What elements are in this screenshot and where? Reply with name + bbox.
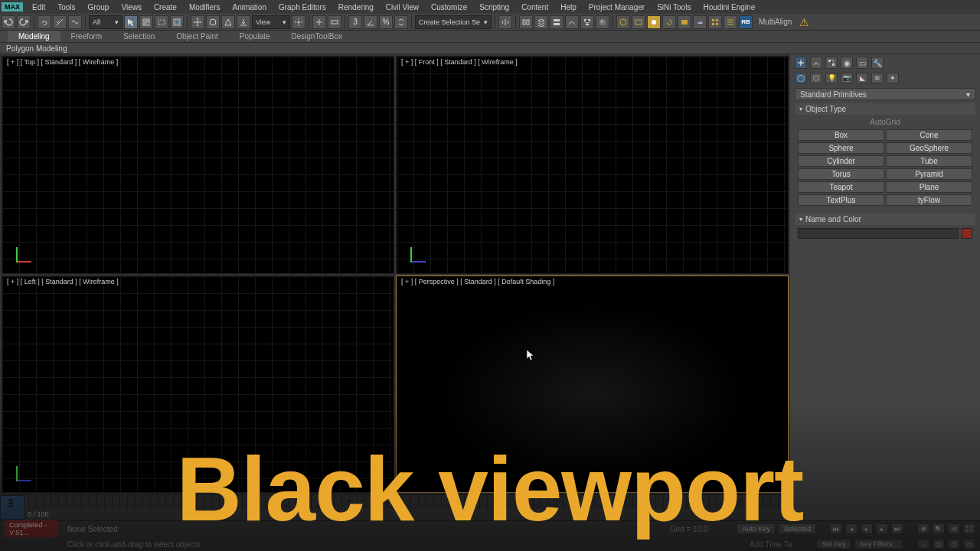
nav-zoom-button[interactable]: 🔍 [933,523,945,534]
named-selection-combo[interactable]: Create Selection Se▾ [415,15,492,29]
menu-project-manager[interactable]: Project Manager [583,2,651,13]
unlink-button[interactable] [53,15,67,29]
select-move-button[interactable] [191,15,204,29]
toggle-ribbon-button[interactable] [550,15,564,29]
render-setup-button[interactable] [616,15,630,29]
render-production-button[interactable] [647,15,661,29]
create-cone-button[interactable]: Cone [886,129,972,141]
ribbon-sub-label[interactable]: Polygon Modeling [0,43,980,54]
add-time-tag[interactable]: Add Time Ta [750,540,792,549]
nav-max-button[interactable]: ⛶ [963,523,975,534]
menu-group[interactable]: Group [82,2,116,13]
select-window-button[interactable] [170,15,184,29]
menu-sini-tools[interactable]: SiNi Tools [651,2,697,13]
play-button[interactable]: ▸ [861,523,873,534]
rendered-frame-button[interactable] [632,15,645,29]
viewport-perspective[interactable]: [ + ] [ Perspective ] [ Standard ] [ Def… [396,276,789,494]
object-name-input[interactable] [798,228,959,239]
create-teapot-button[interactable]: Teapot [798,181,884,193]
create-textplus-button[interactable]: TextPlus [798,194,884,206]
selected-filter-button[interactable]: Selected [779,523,816,534]
menu-animation[interactable]: Animation [226,2,272,13]
menu-create[interactable]: Create [148,2,183,13]
select-rotate-button[interactable] [206,15,220,29]
state-sets-button[interactable] [708,15,722,29]
menu-content[interactable]: Content [515,2,554,13]
create-tyflow-button[interactable]: tyFlow [886,194,972,206]
percent-snap-button[interactable]: % [379,15,393,29]
create-cylinder-button[interactable]: Cylinder [798,155,884,167]
schematic-view-button[interactable] [580,15,594,29]
helpers-subtab[interactable]: ◣ [856,73,868,83]
layer-explorer-button[interactable] [534,15,548,29]
nav-walk-button[interactable]: ⬠ [948,539,960,549]
menu-views[interactable]: Views [115,2,148,13]
nav-fov-button[interactable]: ◫ [933,539,945,549]
cameras-subtab[interactable]: 📷 [841,73,853,83]
shapes-subtab[interactable]: ⬡ [810,73,822,83]
viewport-top-label[interactable]: [ + ] [ Top ] [ Standard ] [ Wireframe ] [7,58,118,66]
select-by-name-button[interactable] [139,15,153,29]
spacewarps-subtab[interactable]: ≋ [871,73,884,83]
ribbon-freeform[interactable]: Freeform [60,31,113,42]
render-cloud-button[interactable] [693,15,707,29]
menu-graph-editors[interactable]: Graph Editors [273,2,332,13]
ribbon-selection[interactable]: Selection [113,31,165,42]
object-type-header[interactable]: Object Type [795,103,975,115]
create-torus-button[interactable]: Torus [798,168,884,180]
render-iterate-button[interactable] [662,15,676,29]
selection-filter-combo[interactable]: All▾ [89,15,122,29]
lights-subtab[interactable]: 💡 [825,73,838,83]
create-geosphere-button[interactable]: GeoSphere [886,142,972,154]
nav-pan-button[interactable]: ✥ [917,523,929,534]
time-slider[interactable] [28,495,787,509]
geometry-subtab[interactable]: ◯ [795,73,807,83]
undo-button[interactable] [2,15,15,29]
nav-zoom-extents-button[interactable]: ⌕ [917,539,929,549]
hierarchy-tab[interactable] [825,57,838,69]
select-place-button[interactable] [237,15,250,29]
menu-houdini-engine[interactable]: Houdini Engine [697,2,761,13]
next-frame-button[interactable]: ▸ [876,523,888,534]
menu-help[interactable]: Help [554,2,583,13]
create-plane-button[interactable]: Plane [886,181,972,193]
link-button[interactable] [38,15,51,29]
viewport-perspective-label[interactable]: [ + ] [ Perspective ] [ Standard ] [ Def… [401,278,554,285]
create-tube-button[interactable]: Tube [886,155,972,167]
systems-subtab[interactable]: ✦ [887,73,899,83]
timeline[interactable]: 0 / 100 [0,494,790,520]
select-object-button[interactable] [124,15,138,29]
object-color-swatch[interactable] [962,228,972,239]
menu-modifiers[interactable]: Modifiers [183,2,227,13]
motion-tab[interactable]: ◉ [841,57,853,69]
menu-edit[interactable]: Edit [26,2,51,13]
align-button[interactable] [519,15,533,29]
setkey-button[interactable]: Set Key [816,539,851,549]
create-sphere-button[interactable]: Sphere [798,142,884,154]
ribbon-modeling[interactable]: Modeling [8,31,60,42]
batch-render-button[interactable] [724,15,737,29]
snap-toggle-button[interactable]: 3 [348,15,362,29]
create-pyramid-button[interactable]: Pyramid [886,168,972,180]
angle-snap-button[interactable] [364,15,377,29]
viewport-front-label[interactable]: [ + ] [ Front ] [ Standard ] [ Wireframe… [401,58,518,66]
ribbon-object-paint[interactable]: Object Paint [165,31,228,42]
ribbon-designtoolbox[interactable]: DesignToolBox [280,31,353,42]
menu-tools[interactable]: Tools [51,2,81,13]
activeshade-button[interactable] [678,15,691,29]
name-color-header[interactable]: Name and Color [795,214,975,225]
ribbon-populate[interactable]: Populate [229,31,280,42]
nav-region-button[interactable]: ▭ [963,539,975,549]
mirror-button[interactable] [498,15,512,29]
menu-scripting[interactable]: Scripting [473,2,515,13]
create-box-button[interactable]: Box [798,129,884,141]
autogrid-checkbox[interactable]: AutoGrid [795,115,975,129]
select-scale-button[interactable] [221,15,235,29]
prev-frame-button[interactable]: ◂ [845,523,858,534]
viewport-left[interactable]: [ + ] [ Left ] [ Standard ] [ Wireframe … [2,276,394,494]
timeline-config-button[interactable] [0,495,24,520]
keyboard-shortcut-button[interactable] [328,15,341,29]
menu-civil-view[interactable]: Civil View [380,2,425,13]
curve-editor-button[interactable] [565,15,579,29]
viewport-top[interactable]: [ + ] [ Top ] [ Standard ] [ Wireframe ] [2,56,394,274]
